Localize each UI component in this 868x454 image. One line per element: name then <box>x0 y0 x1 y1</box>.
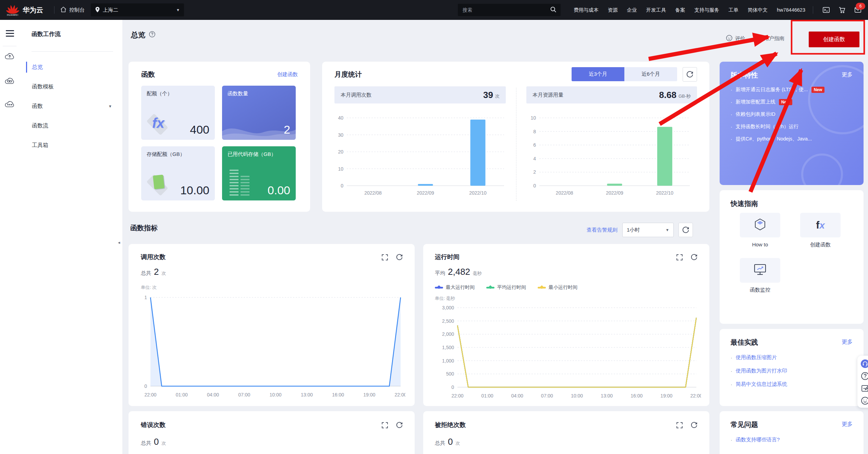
legend-item[interactable]: 平均运行时间 <box>486 284 526 291</box>
version-feature-item[interactable]: ·依赖包列表展示ID <box>731 111 855 118</box>
quota-tile-2[interactable]: 存储配额（GB）10.00 <box>141 146 215 200</box>
svg-text:10:00: 10:00 <box>571 393 583 398</box>
svg-text:0: 0 <box>144 383 147 389</box>
fullscreen-icon[interactable] <box>381 254 388 262</box>
headset-icon[interactable] <box>860 359 868 368</box>
sidebar-item-函数[interactable]: 函数▼ <box>20 99 122 113</box>
svg-text:19:00: 19:00 <box>660 393 672 398</box>
bullet: · <box>731 87 732 93</box>
quota-tile-0[interactable]: fx配额（个）400 <box>141 86 215 140</box>
legend-item[interactable]: 最小运行时间 <box>538 284 577 291</box>
sidebar-item-函数流[interactable]: 函数流 <box>20 119 122 133</box>
search-input[interactable] <box>462 7 542 13</box>
divider <box>516 88 516 201</box>
huawei-logo-icon[interactable]: HUAWEI <box>6 4 19 16</box>
quick-guide-tile[interactable]: fx <box>800 213 841 237</box>
topbar-nav-item[interactable]: 开发工具 <box>646 7 666 13</box>
quota-tile-1[interactable]: 函数数量2 <box>222 86 296 140</box>
svg-text:0: 0 <box>341 183 343 188</box>
sidebar-collapse-icon[interactable]: ◂ <box>118 240 120 245</box>
svg-text:22:00: 22:00 <box>394 392 405 397</box>
monitor-icon <box>753 263 767 278</box>
version-feature-item[interactable]: ·新增加密配置上线New <box>731 99 855 105</box>
hamburger-menu-icon[interactable] <box>6 30 14 38</box>
article-link[interactable]: 使用函数为图片打水印 <box>736 368 787 374</box>
cli-terminal-icon[interactable] <box>822 6 830 14</box>
refresh-icon[interactable] <box>690 421 698 430</box>
global-search[interactable] <box>458 4 561 16</box>
svg-text:500: 500 <box>446 371 454 377</box>
unit-label: 单位: 次 <box>141 284 157 291</box>
new-badge: New <box>811 87 825 93</box>
cloud-upload-icon[interactable] <box>4 51 15 62</box>
alarm-rules-link[interactable]: 查看告警规则 <box>587 227 618 233</box>
metrics-refresh-button[interactable] <box>678 223 693 237</box>
cloud-more-icon[interactable] <box>4 99 15 110</box>
legend-item[interactable]: 最大运行时间 <box>435 284 475 291</box>
refresh-icon[interactable] <box>396 421 403 430</box>
bullet: · <box>731 368 732 374</box>
code-bars-icon <box>230 169 239 196</box>
faq-panel: 常见问题 更多 ·函数支持哪些语言? <box>720 411 864 454</box>
help-icon[interactable] <box>860 371 868 381</box>
topbar-nav-item[interactable]: 备案 <box>675 7 685 13</box>
sidebar-item-总览[interactable]: 总览 <box>20 60 122 74</box>
create-function-link[interactable]: 创建函数 <box>277 71 298 78</box>
refresh-button[interactable] <box>683 67 697 82</box>
topbar-nav-item[interactable]: 工单 <box>729 7 738 13</box>
version-more-link[interactable]: 更多 <box>842 71 853 78</box>
topbar-nav-item[interactable]: 资源 <box>608 7 618 13</box>
quick-guide-tile[interactable] <box>740 213 780 237</box>
range-6m-button[interactable]: 近6个月 <box>624 67 677 81</box>
article-link[interactable]: 函数支持哪些语言? <box>736 437 780 443</box>
tile-value: 400 <box>190 123 209 136</box>
cart-icon[interactable] <box>838 6 846 14</box>
version-feature-item[interactable]: ·支持函数长时间（12h）运行 <box>731 123 855 130</box>
fullscreen-icon[interactable] <box>381 422 388 430</box>
best-practice-more-link[interactable]: 更多 <box>842 339 853 346</box>
topbar-nav-item[interactable]: 费用与成本 <box>574 7 599 13</box>
faq-more-link[interactable]: 更多 <box>842 421 853 428</box>
version-feature-item[interactable]: ·提供C#、python、Nodejs、Java... <box>731 136 855 142</box>
topbar-nav-item[interactable]: 简体中文 <box>748 7 768 13</box>
bullet: · <box>731 124 732 130</box>
divider <box>32 51 113 52</box>
smiley-icon[interactable] <box>860 396 868 405</box>
topbar-nav-item[interactable]: 支持与服务 <box>694 7 719 13</box>
quick-guide-tile[interactable] <box>740 258 780 283</box>
topbar-nav-item[interactable]: hw78446623 <box>777 7 805 13</box>
quick-guide-label: 函数监控 <box>750 287 770 293</box>
fullscreen-icon[interactable] <box>676 254 683 262</box>
region-selector[interactable]: 上海二 ▼ <box>91 3 184 16</box>
feature-text: 支持函数长时间（12h）运行 <box>736 123 799 130</box>
topbar-nav-item[interactable]: 企业 <box>627 7 637 13</box>
sidebar-item-工具箱[interactable]: 工具箱 <box>20 138 122 152</box>
feedback-link[interactable]: 评价 <box>726 35 745 42</box>
user-guide-link[interactable]: 用户指南 <box>754 34 784 42</box>
console-link[interactable]: 控制台 <box>60 6 85 14</box>
refresh-icon[interactable] <box>396 254 403 262</box>
cloud-link-icon[interactable] <box>4 76 15 87</box>
chevron-down-icon: ▼ <box>108 99 112 113</box>
tile-value: 2 <box>284 123 290 136</box>
invocations-chart: 0122:0001:0004:0007:0010:0013:0016:0019:… <box>138 293 405 402</box>
article-link[interactable]: 简易中文信息过滤系统 <box>736 381 787 388</box>
article-link[interactable]: 使用函数压缩图片 <box>736 354 777 361</box>
create-function-button[interactable]: 创建函数 <box>809 32 859 47</box>
quota-tile-3[interactable]: 已用代码存储（GB）0.00 <box>222 146 296 200</box>
refresh-icon[interactable] <box>690 254 698 262</box>
version-feature-item[interactable]: ·新增开通云日志服务 (LTS)，使...New <box>731 86 855 93</box>
svg-text:1,000: 1,000 <box>442 358 454 364</box>
sidebar-item-函数模板[interactable]: 函数模板 <box>20 80 122 94</box>
range-3m-button[interactable]: 近3个月 <box>572 67 624 81</box>
period-select[interactable]: 1小时 ▼ <box>622 223 674 237</box>
help-icon[interactable] <box>149 31 156 39</box>
messages-icon[interactable]: 6 <box>854 6 862 14</box>
feature-text: 新增加密配置上线 <box>736 99 775 105</box>
fullscreen-icon[interactable] <box>676 422 683 430</box>
cube-icon <box>753 218 767 233</box>
svg-text:2022/10: 2022/10 <box>469 190 487 196</box>
feedback-icon[interactable] <box>860 384 868 393</box>
search-icon[interactable] <box>550 6 557 14</box>
svg-text:3,000: 3,000 <box>442 305 454 310</box>
